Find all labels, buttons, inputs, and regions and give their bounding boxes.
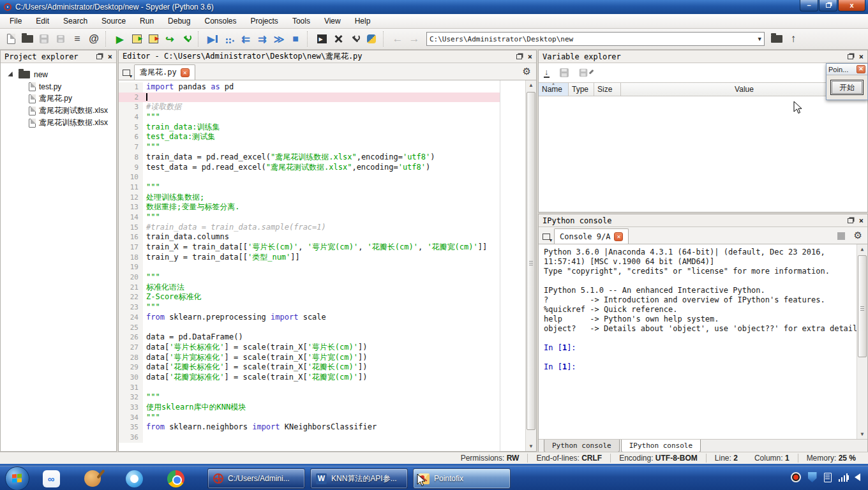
menu-search[interactable]: Search <box>56 15 94 27</box>
start-button[interactable] <box>5 466 29 490</box>
browse-tabs-icon[interactable] <box>539 230 554 244</box>
open-file-icon[interactable] <box>19 31 36 47</box>
debug-icon[interactable]: ▶ <box>204 31 221 47</box>
tree-item-root[interactable]: new <box>7 68 116 80</box>
debug-step-icon[interactable] <box>221 31 237 47</box>
symbol-finder-icon[interactable]: @ <box>86 31 102 47</box>
tree-item-file[interactable]: 鸢尾花.py <box>7 93 116 105</box>
menu-run[interactable]: Run <box>133 15 161 27</box>
tree-item-file[interactable]: 鸢尾花训练数据.xlsx <box>7 117 116 129</box>
undock-icon[interactable] <box>848 218 853 223</box>
forward-icon[interactable]: → <box>406 31 423 47</box>
python-path-icon[interactable] <box>363 31 380 47</box>
maximize-button[interactable] <box>819 0 837 11</box>
scroll-down-icon[interactable]: ▼ <box>526 442 536 451</box>
expand-triangle-icon[interactable] <box>8 71 15 78</box>
column-header-size[interactable]: Size <box>594 83 621 96</box>
menu-source[interactable]: Source <box>94 15 133 27</box>
undock-icon[interactable] <box>848 54 853 59</box>
save-data-as-icon[interactable] <box>579 68 593 77</box>
tray-record-icon[interactable] <box>791 472 801 482</box>
close-pane-icon[interactable]: × <box>108 53 112 61</box>
preferences-icon[interactable] <box>347 31 363 47</box>
close-pane-icon[interactable]: × <box>859 53 864 61</box>
parent-directory-icon[interactable]: ↑ <box>785 31 802 47</box>
bottom-tab-python-console[interactable]: Python console <box>544 440 620 452</box>
close-button[interactable]: x <box>838 0 865 11</box>
tree-item-file[interactable]: test.py <box>7 80 116 93</box>
taskbar-button-spyder[interactable]: C:/Users/Admini... <box>207 468 305 489</box>
browse-directory-icon[interactable] <box>768 31 785 47</box>
bottom-tab-ipython-console[interactable]: IPython console <box>621 440 701 452</box>
menu-debug[interactable]: Debug <box>161 15 197 27</box>
scrollbar-thumb[interactable] <box>858 255 867 357</box>
code-text: train_data:训练集 <box>143 122 500 133</box>
import-data-icon[interactable]: ↓ <box>544 68 550 78</box>
scroll-down-icon[interactable]: ▼ <box>857 429 867 439</box>
run-selection-icon[interactable]: ↪ <box>161 31 178 47</box>
tree-item-file[interactable]: 鸢尾花测试数据.xlsx <box>7 105 116 117</box>
project-tree[interactable]: new test.py鸢尾花.py鸢尾花测试数据.xlsx鸢尾花训练数据.xls… <box>1 63 116 129</box>
browse-tabs-icon[interactable] <box>119 66 134 80</box>
interrupt-kernel-icon[interactable] <box>837 232 845 240</box>
chevron-down-icon[interactable]: ▼ <box>758 36 761 42</box>
menu-consoles[interactable]: Consoles <box>197 15 243 27</box>
fullscreen-icon[interactable] <box>330 31 347 47</box>
tab-close-icon[interactable]: ✕ <box>181 68 190 77</box>
tray-shield-icon[interactable] <box>808 472 817 482</box>
file-switcher-icon[interactable]: ≡ <box>69 31 86 47</box>
pointofix-start-button[interactable]: 开始 <box>830 80 864 95</box>
tray-vol-icon[interactable] <box>855 473 860 481</box>
editor-scrollbar[interactable]: ▲ ▼ <box>525 80 536 451</box>
menu-view[interactable]: View <box>317 15 348 27</box>
pointofix-close-icon[interactable]: ✕ <box>857 65 865 73</box>
working-directory-combobox[interactable]: C:\Users\Administrator\Desktop\new ▼ <box>426 32 765 46</box>
maximize-pane-icon[interactable] <box>313 31 330 47</box>
quicklaunch-netdisk-icon[interactable]: ∞ <box>42 470 60 487</box>
scroll-up-icon[interactable]: ▲ <box>857 244 867 254</box>
close-pane-icon[interactable]: × <box>528 53 532 61</box>
quicklaunch-browser-icon[interactable] <box>125 470 143 487</box>
debug-stop-icon[interactable]: ■ <box>287 31 304 47</box>
close-pane-icon[interactable]: × <box>859 217 864 225</box>
save-all-icon[interactable] <box>52 31 69 47</box>
run-cell-advance-icon[interactable] <box>145 31 161 47</box>
console-options-gear-icon[interactable]: ⚙ <box>854 230 867 244</box>
debug-continue-icon[interactable]: ≫ <box>271 31 287 47</box>
run-icon[interactable]: ▶ <box>112 31 128 47</box>
code-line: 25 <box>119 323 500 333</box>
scroll-up-icon[interactable]: ▲ <box>526 80 536 90</box>
code-editor[interactable]: 1import pandas as pd23#读取数据4"""5train_da… <box>119 80 536 451</box>
variable-table-empty-area[interactable] <box>539 96 867 211</box>
taskbar-button-word[interactable]: WKNN算法的API参... <box>310 468 408 489</box>
undock-icon[interactable] <box>96 54 102 59</box>
menu-file[interactable]: File <box>3 15 29 27</box>
column-header-name[interactable]: ▲Name <box>539 83 569 96</box>
minimize-button[interactable]: – <box>800 0 818 11</box>
menu-projects[interactable]: Projects <box>244 15 285 27</box>
debug-step-into-icon[interactable]: ⇇ <box>237 31 254 47</box>
editor-options-gear-icon[interactable]: ⚙ <box>523 66 536 80</box>
run-cell-icon[interactable] <box>128 31 145 47</box>
undock-icon[interactable] <box>516 54 522 59</box>
debug-step-return-icon[interactable]: ⇉ <box>254 31 271 47</box>
console-output[interactable]: Python 3.6.0 |Anaconda 4.3.1 (64-bit)| (… <box>539 244 867 439</box>
taskbar-button-pointofix[interactable]: Pointofix <box>413 468 511 489</box>
save-data-icon[interactable] <box>560 68 569 77</box>
console-scrollbar[interactable]: ▲ ▼ <box>857 244 867 439</box>
scrollbar-thumb[interactable] <box>527 92 535 430</box>
menu-edit[interactable]: Edit <box>29 15 56 27</box>
quicklaunch-chrome-icon[interactable] <box>167 470 184 487</box>
quicklaunch-paint-icon[interactable] <box>84 470 101 487</box>
configure-run-icon[interactable] <box>178 31 195 47</box>
tab-close-icon[interactable]: ✕ <box>614 232 623 241</box>
tray-clip-icon[interactable] <box>824 473 832 482</box>
menu-tools[interactable]: Tools <box>285 15 317 27</box>
back-icon[interactable]: ← <box>389 31 406 47</box>
new-file-icon[interactable] <box>3 31 19 47</box>
save-icon[interactable] <box>36 31 52 47</box>
column-header-type[interactable]: Type <box>569 83 594 96</box>
editor-tab[interactable]: 鸢尾花.py ✕ <box>134 64 195 80</box>
menu-help[interactable]: Help <box>348 15 378 27</box>
console-tab[interactable]: Console 9/A ✕ <box>554 228 629 244</box>
